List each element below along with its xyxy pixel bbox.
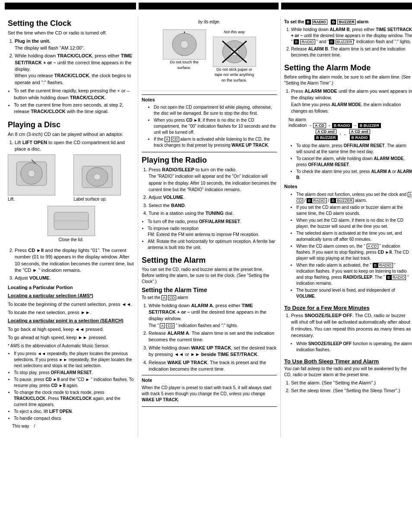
disc-diagram-area: Lift. Label surface up. <box>8 154 134 245</box>
svg-point-2 <box>28 170 35 177</box>
flow-arrow-up: ↑ <box>339 132 342 137</box>
disc-step-3: Adjust VOLUME. <box>15 275 134 281</box>
alarm-mode-note-1: The alarm does not function, unless you … <box>296 192 412 204</box>
flow-arrow1: → <box>327 123 331 128</box>
locating-section: Locating a Particular Portion Locating a… <box>8 284 134 349</box>
not-this-way-label: Not this way <box>213 29 256 35</box>
section-doze: To Doze for a Few More Minutes Press SNO… <box>284 305 412 353</box>
clock-step-2: While holding down TRACK/CLOCK, press ei… <box>15 53 134 86</box>
by-its-edge: by its edge. <box>198 19 220 25</box>
disc-bullet-1: If you press ◄◄ repeatedly, the player l… <box>14 351 134 369</box>
radio-step-4: Tune in a station using the TUNING dial. <box>149 210 277 217</box>
clock-intro: Set the time when the CD or radio is tur… <box>8 30 134 36</box>
top-bar-col2 <box>139 3 279 9</box>
disc-bullet-2: To stop play, press OFF/ALARM RESET. <box>14 370 134 376</box>
clock-bullet-2: To set the current time from zero second… <box>14 102 134 115</box>
top-diagram-area: by its edge. ↑ Do not touch the surface. <box>142 19 277 91</box>
section-setting-clock: Setting the Clock Set the time when the … <box>8 19 134 115</box>
set-radio-buzzer-title: To set the B RADIO B BUZZER alarm <box>284 19 412 25</box>
alarm-mode-step-1: Press ALARM MODE until the alarm you wan… <box>291 88 412 115</box>
notes-title: Notes <box>142 97 277 103</box>
indication-label: indication → <box>288 123 312 128</box>
alarm-mode-note-4: The selected alarm is activated at the t… <box>296 230 412 242</box>
alarm-mode-title: Setting the Alarm Mode <box>284 63 412 72</box>
set-radio-step-1: While holding down ALARM B, press either… <box>291 27 412 45</box>
alarm-mode-note-5: When the CD alarm comes on, the " A CD "… <box>296 243 412 261</box>
alarm-note-title: Note <box>142 377 277 384</box>
disc-image-label <box>73 154 121 195</box>
doze-bullet: While SNOOZE/SLEEP OFF function is opera… <box>296 341 412 353</box>
section-setting-alarm: Setting the Alarm You can set the CD, ra… <box>142 256 277 407</box>
flow-bradio2: B RADIO <box>350 135 370 140</box>
sleep-intro: You can fall asleep to the radio and you… <box>284 366 412 378</box>
locating-text4: To go ahead at high speed, keep ►► press… <box>8 334 134 341</box>
top-bar-col1 <box>5 3 136 9</box>
flow-bbuzzer: B BUZZER <box>358 123 381 128</box>
flow-bradio: B RADIO <box>332 123 352 128</box>
section-sleep-timer: To Use Both Sleep Timer and Alarm You ca… <box>284 358 412 394</box>
note-item-3: If the A CD alarm is activated while lis… <box>154 136 277 148</box>
disc-bullet-6: To handle compact discs <box>14 416 134 422</box>
locating-sub2: Locating a particular point in a selecti… <box>8 318 134 324</box>
radio-step-1: Press RADIO/SLEEP to turn on the radio. … <box>149 167 277 193</box>
clock-step-1: Plug in the unit. The display will flash… <box>15 38 134 51</box>
alarm-time-subtitle: Setting the Alarm Time <box>142 286 277 293</box>
locating-heading: Locating a Particular Portion <box>8 284 134 291</box>
alarm-step-2: Release ALARM A. The alarm time is set a… <box>149 330 277 343</box>
alarm-mode-notes-title: Notes <box>284 183 412 190</box>
clock-step1-num: Plug in the unit. <box>15 38 51 44</box>
disc-bullet-4: To change the clock mode to track mode, … <box>14 390 134 408</box>
flow-arrow-left: ← <box>343 132 348 137</box>
flow-arrow2: → <box>353 123 357 128</box>
radio-bullet-1: To turn off the radio, press OFF/ALARM R… <box>148 219 277 225</box>
label-surface-label: Label surface up. <box>73 196 134 202</box>
lift-label: Lift. <box>8 196 69 202</box>
flow-acd: A CD <box>313 123 326 128</box>
radio-step1-sub: The "RADIO" indication will appear and t… <box>149 174 276 192</box>
flow-bbuzzer2: B BUZZER <box>314 135 338 140</box>
close-label: Close the lid. <box>8 237 134 243</box>
locating-text2: To locate the next selection, press ►►. <box>8 309 134 316</box>
clock-title: Setting the Clock <box>8 19 134 28</box>
section-playing-radio: Playing the Radio Press RADIO/SLEEP to t… <box>142 156 277 251</box>
flow-acd-bradio: A CD and <box>349 129 370 134</box>
column-3: To set the B RADIO B BUZZER alarm While … <box>281 16 412 437</box>
svg-text:↑: ↑ <box>181 54 183 57</box>
alarm-mode-bullet-1: To stop the alarm, press OFF/ALARM RESET… <box>296 143 412 155</box>
correct-way-diagram: ↑ Do not touch the surface. <box>163 29 206 85</box>
alarm-mode-bullet-2: To cancel the alarm, while holding down … <box>296 156 412 168</box>
alarm-mode-note-6: When the radio alarm is activated, the "… <box>296 262 412 286</box>
disc-bullet-3: To pause, press CD ►II and the "CD ► " i… <box>14 377 134 389</box>
alarm-title: Setting the Alarm <box>142 256 277 265</box>
no-alarm-label: No alarm <box>288 117 306 122</box>
radio-step-3: Select the BAND. <box>149 202 277 209</box>
alarm-mode-note-2: If you set the CD alarm and radio or buz… <box>296 205 412 217</box>
not-this-way-diagram: Not this way Do not stick paper or tape … <box>213 29 256 85</box>
alarm-step-3: While holding down WAKE UP TRACK, set th… <box>149 345 277 358</box>
clock-bullet-1: To set the current time rapidly, keep pr… <box>14 88 134 101</box>
svg-point-6 <box>94 174 101 180</box>
locating-text3: To go back at high speed, keep ◄◄ presse… <box>8 326 134 333</box>
column-2: by its edge. ↑ Do not touch the surface. <box>138 16 281 437</box>
svg-point-10 <box>181 41 188 48</box>
clock-step1-sub: The display will flash "AM 12:00". <box>15 45 85 50</box>
doze-step-1: Press SNOOZE/SLEEP OFF. The CD, radio or… <box>291 312 412 339</box>
alarm-intro: You can set the CD, radio and buzzer ala… <box>142 267 277 285</box>
set-radio-step-2: Release ALARM B. The alarm time is set a… <box>291 46 412 58</box>
alarm-mode-note-7: The buzzer sound level is fixed, and iri… <box>296 287 412 299</box>
alarm-mode-note-3: When you set the CD alarm, if there is n… <box>296 217 412 230</box>
disc-bullet-5: To eject a disc, lift LIFT OPEN. <box>14 409 134 415</box>
top-bar-col3 <box>281 3 412 9</box>
do-not-touch-label: Do not touch the surface. <box>163 60 206 70</box>
disc-title: Playing a Disc <box>8 120 134 129</box>
alarm-flow-diagram: No alarm indication → A CD → B RADIO → B… <box>288 117 412 140</box>
note-item-2: When you press CD ►II, if there is no di… <box>154 117 277 135</box>
flow-acd-bbuzzer: A CD and <box>316 129 336 134</box>
radio-bullet-2: To improve radio receptionFM: Extend the… <box>148 226 277 238</box>
disc-step-2: Press CD ►II and the display lights "01"… <box>15 247 134 274</box>
disc-image-close <box>48 206 95 236</box>
disc-step-1: Lift LIFT OPEN to open the CD compartmen… <box>15 139 134 153</box>
section-set-radio-buzzer: To set the B RADIO B BUZZER alarm While … <box>284 19 412 58</box>
radio-bullet-3: AM: Rotate the unit horizontally for opt… <box>148 239 277 251</box>
section-playing-disc: Playing a Disc An 8 cm (3-inch) CD can b… <box>8 120 134 429</box>
